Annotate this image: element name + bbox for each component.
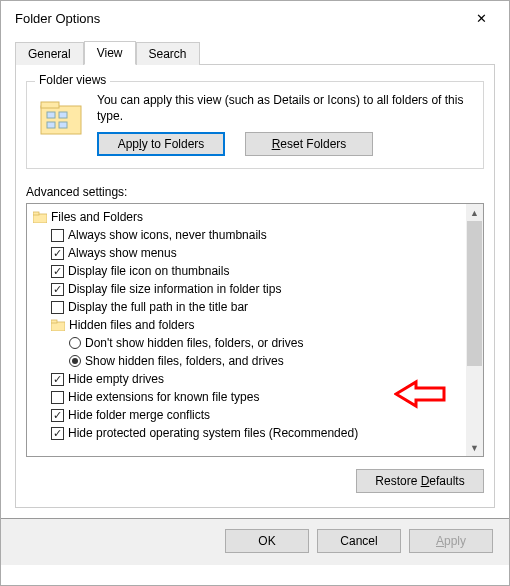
tree-item[interactable]: Display the full path in the title bar: [33, 298, 483, 316]
tree-item[interactable]: Hide protected operating system files (R…: [33, 424, 483, 442]
folder-icon: [51, 319, 65, 331]
tree-radio-show-hidden[interactable]: Show hidden files, folders, and drives: [33, 352, 483, 370]
advanced-settings-label: Advanced settings:: [26, 185, 484, 199]
tree-radio-dont-show-hidden[interactable]: Don't show hidden files, folders, or dri…: [33, 334, 483, 352]
apply-to-folders-button[interactable]: Apply to Folders: [97, 132, 225, 156]
title-bar: Folder Options ✕: [1, 1, 509, 33]
checkbox[interactable]: [51, 301, 64, 314]
svg-rect-3: [59, 112, 67, 118]
svg-rect-7: [33, 212, 39, 215]
radio[interactable]: [69, 355, 81, 367]
content-area: General View Search Folder views You can…: [1, 33, 509, 508]
apply-button[interactable]: Apply: [409, 529, 493, 553]
ok-button[interactable]: OK: [225, 529, 309, 553]
checkbox[interactable]: [51, 391, 64, 404]
folder-views-icon: [37, 92, 85, 140]
checkbox[interactable]: [51, 247, 64, 260]
tab-search[interactable]: Search: [136, 42, 200, 65]
tree-item[interactable]: Always show menus: [33, 244, 483, 262]
checkbox[interactable]: [51, 409, 64, 422]
tab-general[interactable]: General: [15, 42, 84, 65]
scroll-down-arrow[interactable]: ▼: [466, 439, 483, 456]
scroll-thumb[interactable]: [467, 221, 482, 366]
scroll-up-arrow[interactable]: ▲: [466, 204, 483, 221]
svg-rect-4: [47, 122, 55, 128]
folder-views-group: Folder views You can apply this view (su…: [26, 81, 484, 169]
scrollbar[interactable]: ▲ ▼: [466, 204, 483, 456]
scroll-track[interactable]: [466, 221, 483, 439]
svg-rect-0: [41, 106, 81, 134]
close-button[interactable]: ✕: [463, 6, 499, 30]
checkbox[interactable]: [51, 265, 64, 278]
checkbox[interactable]: [51, 427, 64, 440]
advanced-settings-tree[interactable]: Files and Folders Always show icons, nev…: [26, 203, 484, 457]
tree-item[interactable]: Hide folder merge conflicts: [33, 406, 483, 424]
tab-view[interactable]: View: [84, 41, 136, 65]
folder-views-text: You can apply this view (such as Details…: [97, 92, 473, 124]
svg-rect-1: [41, 102, 59, 108]
tree-group-files-folders: Files and Folders: [33, 208, 483, 226]
svg-rect-2: [47, 112, 55, 118]
checkbox[interactable]: [51, 229, 64, 242]
dialog-button-row: OK Cancel Apply: [1, 518, 509, 565]
reset-folders-button[interactable]: Reset Folders: [245, 132, 373, 156]
dialog-title: Folder Options: [15, 11, 100, 26]
tab-panel-view: Folder views You can apply this view (su…: [15, 65, 495, 508]
tree-item[interactable]: Display file size information in folder …: [33, 280, 483, 298]
radio[interactable]: [69, 337, 81, 349]
tree-item[interactable]: Always show icons, never thumbnails: [33, 226, 483, 244]
tree-item[interactable]: Hide extensions for known file types: [33, 388, 483, 406]
svg-rect-5: [59, 122, 67, 128]
folder-icon: [33, 211, 47, 223]
folder-views-label: Folder views: [35, 73, 110, 87]
tree-group-hidden: Hidden files and folders: [33, 316, 483, 334]
checkbox[interactable]: [51, 283, 64, 296]
restore-defaults-button[interactable]: Restore Defaults: [356, 469, 484, 493]
checkbox[interactable]: [51, 373, 64, 386]
svg-rect-9: [51, 320, 57, 323]
cancel-button[interactable]: Cancel: [317, 529, 401, 553]
tree-item[interactable]: Display file icon on thumbnails: [33, 262, 483, 280]
tree-item[interactable]: Hide empty drives: [33, 370, 483, 388]
tab-bar: General View Search: [15, 41, 495, 65]
